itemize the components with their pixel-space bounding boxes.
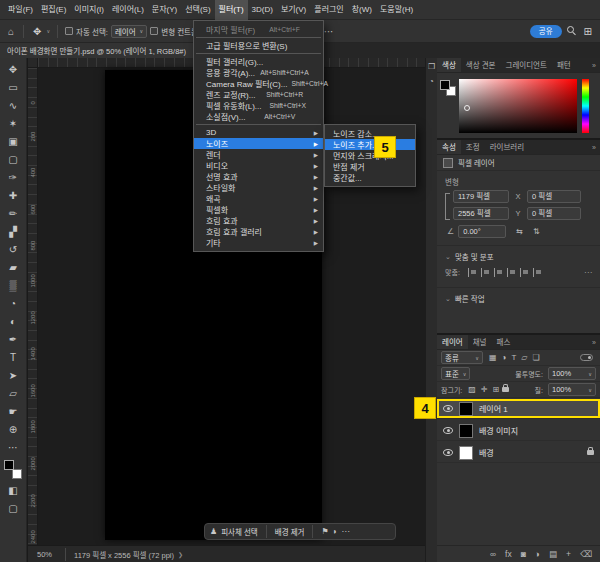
- layer-mask-icon[interactable]: ◙: [521, 549, 526, 559]
- menu-item[interactable]: 이미지(I): [70, 0, 108, 20]
- fill-field[interactable]: 100% ∨: [548, 383, 596, 396]
- collapsed-panel-icon[interactable]: ❒: [428, 62, 435, 71]
- more-icon[interactable]: ⋯: [341, 527, 349, 536]
- zoom-tool-icon[interactable]: ⊕: [0, 421, 27, 439]
- lock-transparent-icon[interactable]: ▨: [468, 383, 476, 397]
- chevron-right-icon[interactable]: ❯: [178, 551, 183, 558]
- opacity-field[interactable]: 100% ∨: [548, 367, 596, 380]
- filter-menu-item[interactable]: [196, 124, 321, 125]
- screen-mode-icon[interactable]: ▢: [0, 500, 27, 518]
- visibility-eye-icon[interactable]: [443, 427, 453, 434]
- menu-item[interactable]: 파일(F): [4, 0, 37, 20]
- filter-menu-item[interactable]: [196, 37, 321, 38]
- filter-menu-item[interactable]: 고급 필터용으로 변환(S): [194, 40, 323, 51]
- move-tool-preset-icon[interactable]: ✥: [31, 26, 43, 37]
- filter-pixel-icon[interactable]: ▦: [489, 351, 497, 365]
- flag-icon[interactable]: ⚑: [321, 527, 328, 536]
- clone-stamp-tool-icon[interactable]: ▞: [0, 223, 27, 241]
- noise-submenu-item[interactable]: 중간값...: [325, 172, 415, 183]
- crop-tool-icon[interactable]: ▣: [0, 133, 27, 151]
- tab-layers[interactable]: 레이어: [437, 335, 468, 349]
- filter-menu-item[interactable]: 흐림 효과 갤러리 ▶: [194, 226, 323, 237]
- collapse-panel-icon[interactable]: »: [592, 62, 596, 69]
- foreground-color-swatch[interactable]: [4, 460, 14, 470]
- tab-properties[interactable]: 속성: [437, 140, 461, 154]
- workspace-icon[interactable]: ⊞: [582, 26, 594, 37]
- align-middle-icon[interactable]: [520, 268, 529, 277]
- more-icon[interactable]: ⋯: [584, 268, 592, 277]
- menu-item[interactable]: 도움말(H): [376, 0, 417, 20]
- menu-item[interactable]: 창(W): [348, 0, 376, 20]
- flip-horizontal-icon[interactable]: ⇆: [516, 227, 523, 236]
- home-icon[interactable]: ⌂: [6, 26, 16, 37]
- filter-menu-item[interactable]: 기타 ▶: [194, 237, 323, 248]
- dodge-tool-icon[interactable]: ◐: [0, 313, 27, 331]
- layer-name[interactable]: 배경 이미지: [479, 425, 518, 436]
- auto-select-checkbox[interactable]: [65, 27, 73, 35]
- healing-brush-tool-icon[interactable]: ✚: [0, 187, 27, 205]
- move-tool-icon[interactable]: ✥: [0, 61, 27, 79]
- menu-item[interactable]: 레이어(L): [108, 0, 148, 20]
- zoom-level[interactable]: 50%: [32, 550, 57, 559]
- layer-name[interactable]: 배경: [479, 447, 494, 458]
- visibility-eye-icon[interactable]: [443, 449, 453, 456]
- frame-tool-icon[interactable]: ▢: [0, 151, 27, 169]
- align-right-icon[interactable]: [494, 268, 503, 277]
- show-transform-checkbox[interactable]: [150, 27, 158, 35]
- select-subject-button[interactable]: 피사체 선택: [221, 526, 258, 537]
- menu-item[interactable]: 선택(S): [181, 0, 214, 20]
- blend-mode-dropdown[interactable]: 표준 ∨: [441, 367, 470, 380]
- filter-type-icon[interactable]: T: [511, 351, 516, 365]
- menu-item[interactable]: 필터(T): [215, 0, 248, 20]
- pen-tool-icon[interactable]: ✒: [0, 331, 27, 349]
- layer-name[interactable]: 레이어 1: [479, 403, 508, 414]
- path-selection-tool-icon[interactable]: ➤: [0, 367, 27, 385]
- tab-gradients[interactable]: 그레이디언트: [501, 58, 552, 72]
- align-left-icon[interactable]: [468, 268, 477, 277]
- filter-menu-item[interactable]: 스타일화 ▶: [194, 182, 323, 193]
- lock-pixels-icon[interactable]: ✛: [481, 383, 488, 397]
- filter-smart-object-icon[interactable]: ❏: [532, 351, 539, 365]
- filter-kind-dropdown[interactable]: 종류 ∨: [441, 351, 483, 364]
- hand-tool-icon[interactable]: ☛: [0, 403, 27, 421]
- layer-thumbnail[interactable]: [459, 402, 473, 416]
- filter-menu-item[interactable]: 노이즈 ▶: [194, 138, 323, 149]
- marquee-tool-icon[interactable]: ▭: [0, 79, 27, 97]
- layer-row-background[interactable]: 배경: [437, 443, 600, 463]
- color-cursor[interactable]: [464, 105, 470, 111]
- filter-menu-item[interactable]: 3D ▶: [194, 127, 323, 138]
- align-center-h-icon[interactable]: [481, 268, 490, 277]
- eyedropper-tool-icon[interactable]: ✑: [0, 169, 27, 187]
- search-icon[interactable]: [567, 26, 577, 36]
- lasso-tool-icon[interactable]: ∿: [0, 97, 27, 115]
- menu-item[interactable]: 문자(Y): [148, 0, 181, 20]
- layer-effects-icon[interactable]: fx: [505, 549, 512, 559]
- filter-menu-item[interactable]: 선명 효과 ▶: [194, 171, 323, 182]
- tab-swatches[interactable]: 색상 견본: [461, 58, 501, 72]
- foreground-color-swatch[interactable]: [440, 80, 450, 90]
- filter-menu-item[interactable]: 렌더 ▶: [194, 149, 323, 160]
- menu-item[interactable]: 편집(E): [37, 0, 70, 20]
- filter-menu-item[interactable]: 픽셀화 ▶: [194, 204, 323, 215]
- filter-menu-item[interactable]: 왜곡 ▶: [194, 193, 323, 204]
- background-color-swatch[interactable]: [12, 469, 22, 479]
- link-dimensions-icon[interactable]: [445, 193, 450, 220]
- chevron-down-icon[interactable]: ∨: [46, 28, 50, 34]
- x-field[interactable]: 0 픽셀: [527, 190, 581, 203]
- gradient-tool-icon[interactable]: ▒: [0, 277, 27, 295]
- menu-item[interactable]: 3D(D): [248, 0, 277, 20]
- tab-libraries[interactable]: 라이브러리: [485, 140, 530, 154]
- tab-channels[interactable]: 채널: [468, 335, 492, 349]
- align-section-header[interactable]: ⌄ 맞춤 및 분포: [437, 246, 600, 264]
- collapse-panel-icon[interactable]: »: [592, 144, 596, 151]
- hue-slider[interactable]: [582, 79, 589, 133]
- tab-color[interactable]: 색상: [437, 58, 461, 72]
- filter-menu-item[interactable]: 렌즈 교정(R)... Shift+Ctrl+R: [194, 89, 323, 100]
- noise-submenu-item[interactable]: 먼지와 스크래치...: [325, 150, 415, 161]
- tab-paths[interactable]: 패스: [492, 335, 516, 349]
- edit-toolbar-icon[interactable]: ⋯: [0, 439, 27, 457]
- color-swatches[interactable]: [4, 460, 22, 479]
- collapse-panel-icon[interactable]: »: [592, 339, 596, 346]
- blur-tool-icon[interactable]: ◔: [0, 295, 27, 313]
- filter-menu-item[interactable]: 비디오 ▶: [194, 160, 323, 171]
